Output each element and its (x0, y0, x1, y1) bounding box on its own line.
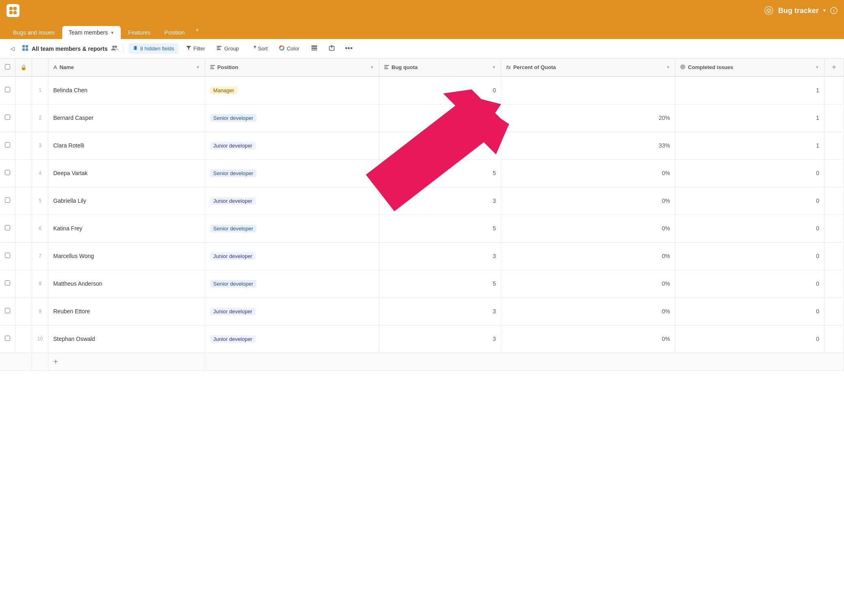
filter-label: Filter (194, 46, 205, 52)
row-checkbox[interactable] (5, 197, 10, 203)
app-logo[interactable] (7, 4, 20, 17)
row-percent-quota: 0% (501, 297, 675, 325)
toolbar-divider-1 (123, 45, 124, 53)
tab-bugs[interactable]: Bugs and issues (7, 26, 61, 39)
row-percent-quota: 0% (501, 187, 675, 215)
filter-button[interactable]: Filter (182, 43, 209, 54)
row-lock-cell (15, 297, 32, 325)
row-number: 3 (32, 132, 48, 159)
table-row[interactable]: 5 Gabriella Lily Junior developer 3 0% 0 (0, 187, 844, 215)
row-position: Senior developer (205, 270, 379, 297)
tab-features[interactable]: Features (122, 26, 157, 39)
row-completed: 0 (675, 215, 824, 242)
row-position: Manager (205, 76, 379, 104)
table-row[interactable]: 10 Stephan Oswald Junior developer 3 0% … (0, 325, 844, 353)
row-bug-quota: 5 (379, 159, 501, 187)
sort-button[interactable]: Sort (246, 43, 272, 54)
th-name[interactable]: A Name ▼ (48, 59, 205, 76)
row-checkbox[interactable] (5, 308, 10, 313)
more-icon: ••• (345, 44, 353, 53)
tab-features-label: Features (128, 29, 150, 36)
table-row[interactable]: 4 Deepa Vartak Senior developer 5 0% 0 (0, 159, 844, 187)
row-checkbox[interactable] (5, 115, 10, 120)
th-add-column[interactable]: + (824, 59, 844, 76)
tab-team-members-label: Team members (69, 29, 108, 36)
row-checkbox[interactable] (5, 142, 10, 147)
name-sort-arrow: ▼ (196, 65, 200, 69)
name-col-label: Name (59, 64, 74, 70)
th-percent-quota[interactable]: fx Percent of Quota ▼ (501, 59, 675, 76)
svg-rect-26 (384, 67, 387, 67)
position-badge: Junior developer (210, 197, 256, 205)
row-bug-quota: 3 (379, 132, 501, 159)
group-label: Group (224, 46, 239, 52)
view-name-label: All team members & reports (32, 46, 108, 52)
group-button[interactable]: Group (212, 43, 243, 54)
add-row[interactable]: + (0, 353, 844, 371)
row-lock-cell (15, 132, 32, 159)
select-all-checkbox[interactable] (5, 64, 10, 69)
hidden-fields-button[interactable]: 8 hidden fields (128, 43, 178, 54)
percent-sort-arrow: ▼ (666, 65, 670, 69)
app-title-text: Bug tracker (778, 7, 819, 15)
row-checkbox[interactable] (5, 225, 10, 230)
row-percent-quota: 0% (501, 159, 675, 187)
row-checkbox-cell (0, 215, 15, 242)
th-bug-quota[interactable]: Bug quota ▼ (379, 59, 501, 76)
row-checkbox[interactable] (5, 170, 10, 175)
row-lock-cell (15, 104, 32, 132)
row-checkbox[interactable] (5, 280, 10, 286)
row-lock-cell (15, 159, 32, 187)
row-checkbox-cell (0, 297, 15, 325)
hidden-fields-label: 8 hidden fields (140, 46, 174, 52)
position-badge: Senior developer (210, 280, 257, 288)
table-header-row: 🔒 A Name ▼ (0, 59, 844, 76)
row-position: Junior developer (205, 325, 379, 353)
svg-point-13 (115, 46, 117, 48)
svg-point-7 (768, 11, 770, 13)
tab-position[interactable]: Position (158, 26, 191, 39)
info-icon[interactable]: i (830, 7, 837, 14)
color-button[interactable]: Color (275, 43, 303, 54)
row-checkbox[interactable] (5, 253, 10, 258)
table-row[interactable]: 1 Belinda Chen Manager 0 1 (0, 76, 844, 104)
table-row[interactable]: 6 Katina Frey Senior developer 5 0% 0 (0, 215, 844, 242)
collapse-button[interactable]: ◁ (7, 43, 19, 54)
more-options-button[interactable]: ••• (342, 43, 356, 54)
table-row[interactable]: 9 Reuben Ettore Junior developer 3 0% 0 (0, 297, 844, 325)
svg-rect-19 (311, 48, 317, 49)
svg-rect-25 (384, 65, 389, 66)
th-checkbox (0, 59, 15, 76)
add-row-cell (0, 353, 32, 371)
row-checkbox-cell (0, 104, 15, 132)
th-position[interactable]: Position ▼ (205, 59, 379, 76)
row-checkbox[interactable] (5, 87, 10, 92)
row-checkbox[interactable] (5, 336, 10, 341)
table-row[interactable]: 7 Marcellus Wong Junior developer 3 0% 0 (0, 242, 844, 270)
table-row[interactable]: 3 Clara Rotelli Junior developer 3 33% 1 (0, 132, 844, 159)
row-height-button[interactable] (307, 43, 322, 54)
tab-team-members[interactable]: Team members ▼ (62, 26, 121, 39)
lock-icon: 🔒 (20, 64, 27, 70)
th-completed[interactable]: Completed issues ▼ (675, 59, 824, 76)
row-lock-cell (15, 325, 32, 353)
row-checkbox-cell (0, 132, 15, 159)
row-number: 10 (32, 325, 48, 353)
svg-rect-24 (210, 68, 214, 69)
table-row[interactable]: 2 Bernard Casper Senior developer 5 20% … (0, 104, 844, 132)
row-name: Bernard Casper (48, 104, 205, 132)
add-tab-button[interactable]: + (192, 23, 202, 37)
app-title: Bug tracker ▼ i (764, 6, 837, 15)
row-name: Stephan Oswald (48, 325, 205, 353)
row-name: Belinda Chen (48, 76, 205, 104)
row-position: Senior developer (205, 159, 379, 187)
percent-col-label: Percent of Quota (513, 64, 556, 70)
row-name: Reuben Ettore (48, 297, 205, 325)
row-extra (824, 270, 844, 297)
add-row-label[interactable]: + (48, 353, 205, 371)
share-button[interactable] (325, 43, 339, 54)
svg-rect-15 (217, 48, 220, 48)
app-title-arrow[interactable]: ▼ (822, 8, 827, 13)
toolbar: ◁ All team members & reports 8 hidden fi… (0, 39, 844, 59)
table-row[interactable]: 8 Mattheus Anderson Senior developer 5 0… (0, 270, 844, 297)
